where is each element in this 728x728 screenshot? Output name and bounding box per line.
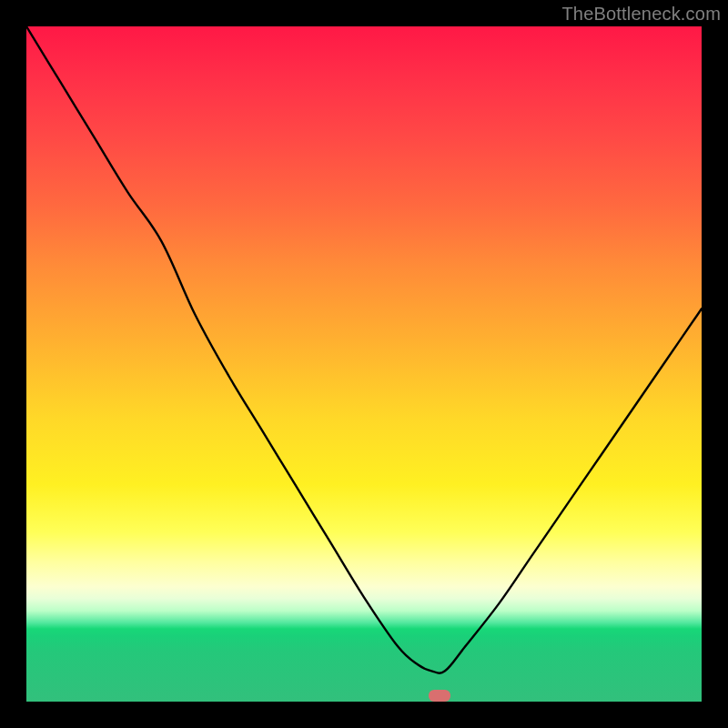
watermark-text: TheBottleneck.com (561, 4, 721, 25)
plot-area (26, 26, 702, 702)
bottleneck-curve (26, 26, 702, 702)
curve-path (26, 26, 702, 673)
chart-frame: TheBottleneck.com (0, 0, 728, 728)
